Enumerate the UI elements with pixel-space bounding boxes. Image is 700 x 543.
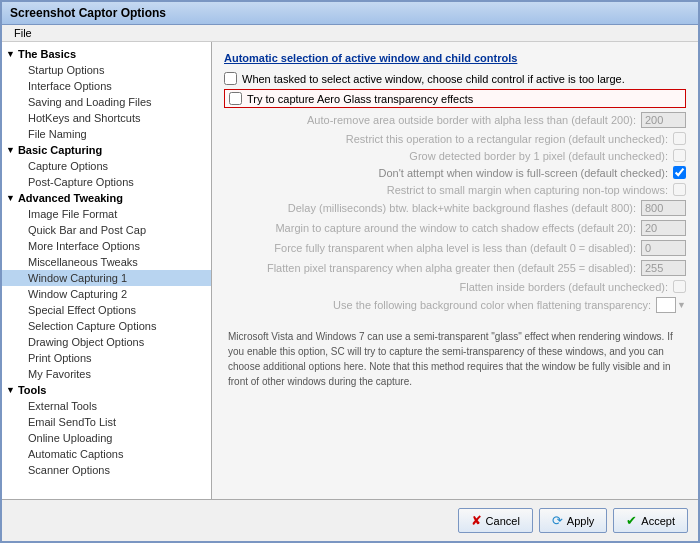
section-title: Automatic selection of active window and… — [224, 52, 686, 64]
tree-item-more-interface[interactable]: More Interface Options — [2, 238, 211, 254]
flatten-pixel-value — [641, 260, 686, 276]
tree-item-auto-captions[interactable]: Automatic Captions — [2, 446, 211, 462]
bg-color-box — [656, 297, 676, 313]
window-title: Screenshot Captor Options — [10, 6, 166, 20]
tree-item-misc-tweaks[interactable]: Miscellaneous Tweaks — [2, 254, 211, 270]
fullscreen-row: Don't attempt when window is full-screen… — [224, 166, 686, 179]
margin-row: Margin to capture around the window to c… — [224, 220, 686, 236]
tree-item-external-tools[interactable]: External Tools — [2, 398, 211, 414]
cancel-label: Cancel — [486, 515, 520, 527]
apply-icon: ⟳ — [552, 513, 563, 528]
tree-item-post-capture[interactable]: Post-Capture Options — [2, 174, 211, 190]
tree-group-advanced-tweaking[interactable]: ▼ Advanced Tweaking — [2, 190, 211, 206]
apply-label: Apply — [567, 515, 595, 527]
grow-border-checkbox — [673, 149, 686, 162]
tree-item-hotkeys[interactable]: HotKeys and Shortcuts — [2, 110, 211, 126]
flatten-inside-row: Flatten inside borders (default unchecke… — [224, 280, 686, 293]
cancel-button[interactable]: ✘ Cancel — [458, 508, 533, 533]
aero-glass-checkbox[interactable] — [229, 92, 242, 105]
flatten-inside-label: Flatten inside borders (default unchecke… — [459, 281, 668, 293]
tree-item-saving[interactable]: Saving and Loading Files — [2, 94, 211, 110]
tree-item-image-format[interactable]: Image File Format — [2, 206, 211, 222]
tree-item-window1[interactable]: Window Capturing 1 — [2, 270, 211, 286]
grow-border-row: Grow detected border by 1 pixel (default… — [224, 149, 686, 162]
apply-button[interactable]: ⟳ Apply — [539, 508, 608, 533]
child-control-label: When tasked to select active window, cho… — [242, 73, 625, 85]
tree-item-quickbar[interactable]: Quick Bar and Post Cap — [2, 222, 211, 238]
accept-icon: ✔ — [626, 513, 637, 528]
main-panel: Automatic selection of active window and… — [212, 42, 698, 499]
child-control-row: When tasked to select active window, cho… — [224, 72, 686, 85]
margin-label: Margin to capture around the window to c… — [275, 222, 636, 234]
auto-remove-value — [641, 112, 686, 128]
tree-item-window2[interactable]: Window Capturing 2 — [2, 286, 211, 302]
force-transparent-label: Force fully transparent when alpha level… — [274, 242, 636, 254]
tree-item-selection-capture[interactable]: Selection Capture Options — [2, 318, 211, 334]
tree-item-print-options[interactable]: Print Options — [2, 350, 211, 366]
restrict-region-row: Restrict this operation to a rectangular… — [224, 132, 686, 145]
delay-label: Delay (milliseconds) btw. black+white ba… — [288, 202, 636, 214]
tree-group-label-advanced-tweaking: Advanced Tweaking — [18, 192, 123, 204]
force-transparent-value — [641, 240, 686, 256]
tree-group-basics[interactable]: ▼ The Basics — [2, 46, 211, 62]
small-margin-label: Restrict to small margin when capturing … — [387, 184, 668, 196]
bg-color-label: Use the following background color when … — [333, 299, 651, 311]
small-margin-checkbox — [673, 183, 686, 196]
grow-border-label: Grow detected border by 1 pixel (default… — [409, 150, 668, 162]
tree-item-special-effects[interactable]: Special Effect Options — [2, 302, 211, 318]
delay-value — [641, 200, 686, 216]
flatten-pixel-row: Flatten pixel transparency when alpha gr… — [224, 260, 686, 276]
tree-item-favorites[interactable]: My Favorites — [2, 366, 211, 382]
tree-panel: ▼ The Basics Startup Options Interface O… — [2, 42, 212, 499]
tree-item-email-sendto[interactable]: Email SendTo List — [2, 414, 211, 430]
tree-group-tools[interactable]: ▼ Tools — [2, 382, 211, 398]
menu-bar: File — [2, 25, 698, 42]
accept-button[interactable]: ✔ Accept — [613, 508, 688, 533]
small-margin-row: Restrict to small margin when capturing … — [224, 183, 686, 196]
main-window: Screenshot Captor Options File ▼ The Bas… — [0, 0, 700, 543]
bottom-bar: ✘ Cancel ⟳ Apply ✔ Accept — [2, 499, 698, 541]
tree-item-startup[interactable]: Startup Options — [2, 62, 211, 78]
restrict-region-label: Restrict this operation to a rectangular… — [346, 133, 668, 145]
tree-group-label-tools: Tools — [18, 384, 47, 396]
accept-label: Accept — [641, 515, 675, 527]
child-control-checkbox[interactable] — [224, 72, 237, 85]
cancel-icon: ✘ — [471, 513, 482, 528]
margin-value — [641, 220, 686, 236]
tree-item-naming[interactable]: File Naming — [2, 126, 211, 142]
expand-arrow-advanced-tweaking: ▼ — [6, 193, 15, 203]
flatten-pixel-label: Flatten pixel transparency when alpha gr… — [267, 262, 636, 274]
bg-color-row: Use the following background color when … — [224, 297, 686, 313]
delay-row: Delay (milliseconds) btw. black+white ba… — [224, 200, 686, 216]
tree-group-label-basics: The Basics — [18, 48, 76, 60]
fullscreen-checkbox[interactable] — [673, 166, 686, 179]
content-area: ▼ The Basics Startup Options Interface O… — [2, 42, 698, 499]
tree-item-interface[interactable]: Interface Options — [2, 78, 211, 94]
fullscreen-label: Don't attempt when window is full-screen… — [379, 167, 668, 179]
expand-arrow-basic-capturing: ▼ — [6, 145, 15, 155]
tree-item-online-uploading[interactable]: Online Uploading — [2, 430, 211, 446]
force-transparent-row: Force fully transparent when alpha level… — [224, 240, 686, 256]
aero-glass-row: Try to capture Aero Glass transparency e… — [224, 89, 686, 108]
expand-arrow-basics: ▼ — [6, 49, 15, 59]
tree-group-basic-capturing[interactable]: ▼ Basic Capturing — [2, 142, 211, 158]
auto-remove-row: Auto-remove area outside border with alp… — [224, 112, 686, 128]
flatten-inside-checkbox — [673, 280, 686, 293]
menu-file[interactable]: File — [8, 25, 38, 41]
tree-group-label-basic-capturing: Basic Capturing — [18, 144, 102, 156]
tree-item-drawing-object[interactable]: Drawing Object Options — [2, 334, 211, 350]
title-bar: Screenshot Captor Options — [2, 2, 698, 25]
expand-arrow-tools: ▼ — [6, 385, 15, 395]
restrict-region-checkbox — [673, 132, 686, 145]
tree-item-scanner[interactable]: Scanner Options — [2, 462, 211, 478]
bg-color-dropdown-arrow: ▼ — [677, 300, 686, 310]
info-text: Microsoft Vista and Windows 7 can use a … — [224, 325, 686, 393]
tree-item-capture-options[interactable]: Capture Options — [2, 158, 211, 174]
auto-remove-label: Auto-remove area outside border with alp… — [307, 114, 636, 126]
aero-glass-label: Try to capture Aero Glass transparency e… — [247, 93, 473, 105]
